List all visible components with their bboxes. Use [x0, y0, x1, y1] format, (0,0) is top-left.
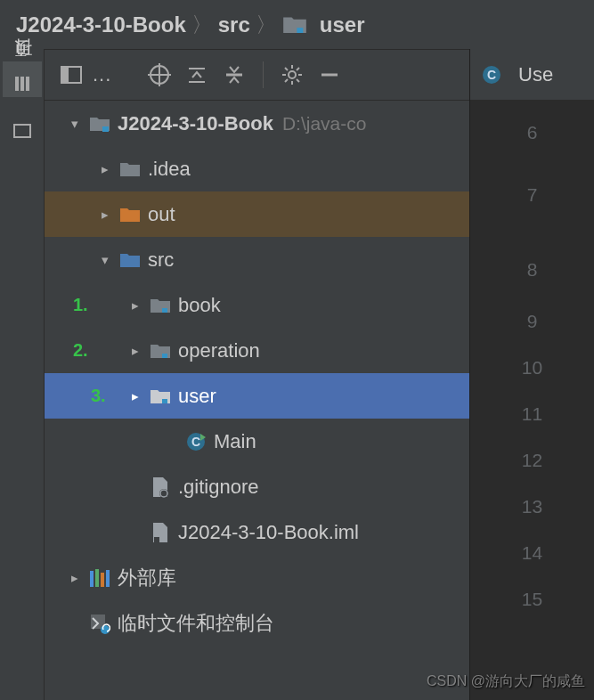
svg-line-20	[285, 79, 288, 82]
tree-label: src	[148, 248, 174, 272]
chevron-right-icon[interactable]: ▸	[93, 161, 118, 177]
package-folder-icon	[148, 387, 173, 405]
tree-label: operation	[178, 339, 260, 362]
svg-rect-2	[20, 77, 24, 91]
line-number: 9	[470, 298, 594, 345]
module-folder-icon	[87, 115, 112, 133]
project-tab-icon	[14, 76, 30, 92]
editor-tab-label: Use	[518, 63, 553, 86]
tree-label: 外部库	[118, 565, 176, 591]
svg-rect-28	[162, 399, 167, 403]
tree-label: out	[148, 203, 175, 226]
tree-row-gitignore[interactable]: .gitignore	[45, 464, 469, 509]
select-opened-file-button[interactable]	[55, 59, 87, 91]
svg-text:C: C	[191, 435, 200, 449]
line-number: 7	[470, 172, 594, 247]
project-tab-label: 项目	[10, 67, 34, 70]
breadcrumb: J2024-3-10-Book 〉 src 〉 user	[0, 0, 594, 49]
gear-icon[interactable]	[276, 59, 308, 91]
line-number: 11	[470, 391, 594, 437]
svg-text:C: C	[487, 68, 496, 82]
breadcrumb-user-label: user	[320, 12, 365, 37]
library-icon	[87, 568, 112, 588]
collapse-all-icon[interactable]	[218, 59, 250, 91]
tree-label: book	[178, 294, 221, 317]
svg-rect-37	[106, 570, 110, 587]
line-numbers: 6 7 8 9 10 11 12 13 14 15	[470, 102, 594, 630]
svg-line-18	[285, 68, 288, 70]
svg-rect-0	[297, 28, 303, 33]
editor-gutter: C Use 6 7 8 9 10 11 12 13 14 15	[469, 49, 594, 700]
watermark: CSDN @游向大厂的咸鱼	[427, 672, 585, 691]
tree-row-book[interactable]: 1. ▸ book	[45, 282, 469, 328]
tree-row-main[interactable]: C Main	[45, 419, 469, 464]
line-number: 12	[470, 437, 594, 484]
svg-line-19	[297, 79, 299, 82]
breadcrumb-user[interactable]: user	[282, 12, 365, 37]
chevron-right-icon[interactable]: ▸	[62, 570, 87, 586]
chevron-down-icon[interactable]: ▾	[62, 116, 87, 132]
target-icon[interactable]	[143, 59, 175, 91]
chevron-right-icon[interactable]: ▸	[93, 207, 118, 223]
project-tree[interactable]: ▾ J2024-3-10-Book D:\java-co ▸ .idea ▸ o…	[45, 101, 469, 700]
svg-rect-6	[61, 67, 69, 83]
toolbar-more-label[interactable]: ...	[93, 63, 111, 86]
svg-rect-3	[15, 77, 19, 91]
tree-row-iml[interactable]: J2024-3-10-Book.iml	[45, 509, 469, 555]
breadcrumb-src[interactable]: src	[218, 12, 250, 37]
tree-label: J2024-3-10-Book.iml	[178, 521, 359, 544]
excluded-folder-icon	[118, 206, 142, 224]
svg-rect-36	[101, 573, 104, 587]
annotation-2: 2.	[73, 340, 88, 361]
svg-point-13	[289, 71, 296, 78]
package-folder-icon	[148, 297, 173, 314]
editor-tab[interactable]: C Use	[470, 49, 594, 101]
tree-row-scratches[interactable]: 临时文件和控制台	[45, 600, 469, 646]
line-number: 10	[470, 345, 594, 391]
line-number: 15	[470, 576, 594, 623]
svg-rect-33	[154, 537, 159, 542]
runnable-class-icon: C	[183, 432, 208, 452]
svg-rect-26	[162, 308, 167, 313]
svg-point-39	[101, 625, 110, 634]
gitignore-file-icon	[148, 476, 173, 498]
chevron-right-icon[interactable]: ▸	[123, 297, 148, 313]
svg-line-21	[297, 68, 299, 70]
folder-icon	[282, 14, 307, 35]
chevron-down-icon[interactable]: ▾	[93, 252, 118, 268]
svg-rect-1	[26, 77, 29, 91]
line-number: 14	[470, 530, 594, 576]
hide-button[interactable]	[313, 59, 346, 91]
svg-rect-35	[95, 569, 99, 587]
svg-rect-4	[14, 125, 30, 137]
chevron-right-icon[interactable]: ▸	[123, 343, 148, 359]
line-number: 6	[470, 110, 594, 172]
expand-all-icon[interactable]	[181, 59, 213, 91]
tree-label: .idea	[148, 158, 191, 181]
line-number: 13	[470, 484, 594, 530]
tree-row-src[interactable]: ▾ src	[45, 237, 469, 282]
tree-label: user	[178, 385, 216, 408]
tree-row-operation[interactable]: 2. ▸ operation	[45, 328, 469, 373]
line-number: 8	[470, 247, 594, 298]
breadcrumb-separator: 〉	[256, 11, 277, 39]
breadcrumb-separator: 〉	[191, 11, 213, 39]
scratches-icon	[87, 613, 112, 634]
tree-label: 临时文件和控制台	[118, 610, 274, 637]
tree-root-row[interactable]: ▾ J2024-3-10-Book D:\java-co	[45, 101, 469, 146]
tree-row-external-libs[interactable]: ▸ 外部库	[45, 555, 469, 600]
breadcrumb-root-label: J2024-3-10-Book	[16, 12, 186, 37]
chevron-right-icon[interactable]: ▸	[123, 388, 148, 404]
tree-row-idea[interactable]: ▸ .idea	[45, 146, 469, 191]
tree-row-user[interactable]: 3. ▸ user	[45, 373, 469, 419]
svg-rect-25	[102, 126, 109, 132]
tree-root-name: J2024-3-10-Book	[118, 112, 273, 135]
source-folder-icon	[118, 251, 142, 269]
project-tab-vertical[interactable]: 项目	[3, 61, 42, 97]
strip-extra-icon[interactable]	[6, 115, 38, 147]
project-toolbar: ...	[45, 49, 469, 101]
tree-root-path: D:\java-co	[282, 113, 367, 134]
tree-row-out[interactable]: ▸ out	[45, 191, 469, 237]
svg-rect-27	[162, 354, 167, 358]
breadcrumb-root[interactable]: J2024-3-10-Book	[16, 12, 186, 37]
